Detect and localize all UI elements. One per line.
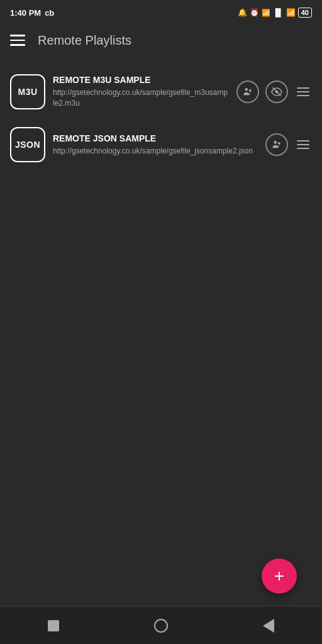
sim-icon: 📶 [262, 9, 270, 17]
playlist-icon-label-m3u: M3U [18, 87, 37, 97]
playlist-name-json: REMOTE JSON SAMPLE [53, 133, 258, 143]
playlist-icon-label-json: JSON [15, 140, 40, 150]
status-time: 1:40 PM [10, 8, 41, 18]
eye-icon-button-m3u[interactable] [265, 80, 288, 103]
person-icon-button-m3u[interactable] [236, 80, 259, 103]
alarm-icon: 🔔 [238, 8, 247, 17]
playlist-info-m3u: REMOTE M3U SAMPLE http://gsetechnology.c… [53, 75, 229, 109]
playlist-type-icon-m3u: M3U [10, 74, 45, 109]
svg-point-0 [245, 88, 248, 91]
clock-icon: ⏰ [250, 8, 259, 17]
playlist-type-icon-json: JSON [10, 127, 45, 162]
wifi-icon: 📶 [286, 8, 296, 17]
page-title: Remote Playlists [38, 33, 131, 48]
svg-point-3 [275, 91, 279, 94]
app-header: Remote Playlists [0, 23, 322, 58]
playlist-actions-json [265, 133, 312, 156]
add-icon: + [274, 567, 284, 585]
playlist-url-m3u: http://gsetechnology.co.uk/sample/gsefil… [53, 87, 229, 109]
context-menu-button-json[interactable] [294, 138, 312, 152]
playlist-name-m3u: REMOTE M3U SAMPLE [53, 75, 229, 85]
context-menu-button-m3u[interactable] [294, 85, 312, 99]
status-icons: 🔔 ⏰ 📶 ▐▌ 📶 40 [238, 8, 312, 18]
stop-button[interactable] [38, 610, 69, 641]
hamburger-menu-button[interactable] [10, 35, 25, 46]
person-icon-button-json[interactable] [265, 133, 288, 156]
svg-point-5 [278, 142, 280, 145]
svg-point-4 [274, 141, 277, 144]
back-button[interactable] [253, 610, 284, 641]
stop-icon [48, 620, 59, 631]
battery-indicator: 40 [298, 8, 312, 18]
back-icon [263, 619, 274, 633]
playlist-item-json: JSON REMOTE JSON SAMPLE http://gsetechno… [0, 118, 322, 171]
signal-icon: ▐▌ [273, 8, 284, 17]
playlist-actions-m3u [236, 80, 312, 103]
playlist-info-json: REMOTE JSON SAMPLE http://gsetechnology.… [53, 133, 258, 157]
home-icon [154, 619, 168, 633]
home-button[interactable] [145, 610, 177, 641]
status-bar: 1:40 PM cb 🔔 ⏰ 📶 ▐▌ 📶 40 [0, 0, 322, 23]
playlist-item-m3u: M3U REMOTE M3U SAMPLE http://gsetechnolo… [0, 65, 322, 118]
playlist-url-json: http://gsetechnology.co.uk/sample/gsefil… [53, 146, 258, 157]
status-carrier: cb [45, 8, 54, 18]
nav-bar [0, 606, 322, 644]
playlist-list: M3U REMOTE M3U SAMPLE http://gsetechnolo… [0, 58, 322, 606]
svg-point-1 [249, 89, 252, 92]
add-playlist-fab[interactable]: + [262, 558, 297, 594]
